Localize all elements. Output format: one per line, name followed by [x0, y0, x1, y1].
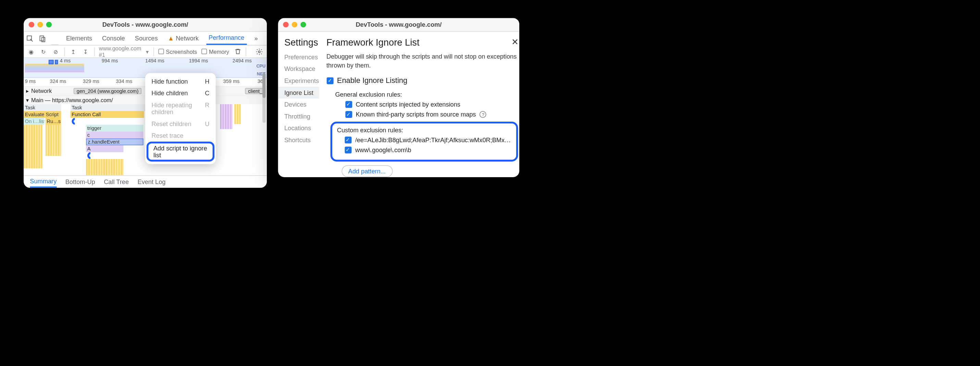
flame-stripes[interactable] — [46, 125, 61, 156]
general-rules-header: General exclusion rules: — [335, 91, 517, 98]
tab-network[interactable]: ▲Network — [165, 32, 201, 45]
gear-icon[interactable] — [255, 47, 263, 56]
chevron-down-icon: ▾ — [146, 48, 149, 54]
checkbox-icon: ✓ — [326, 77, 333, 84]
cm-hide-children[interactable]: Hide childrenC — [145, 88, 216, 99]
flame-bar[interactable]: Ru…s — [46, 118, 61, 125]
flame-function-call[interactable]: Function Call — [70, 111, 144, 118]
zoom-window-icon[interactable] — [301, 22, 306, 27]
tab-event-log[interactable]: Event Log — [138, 178, 166, 185]
record-icon[interactable]: ◉ — [27, 47, 35, 56]
devtools-settings-window: DevTools - www.google.com/ Settings Pref… — [278, 18, 519, 177]
page-select[interactable]: www.google.com #1 ▾ — [99, 45, 150, 57]
nav-locations[interactable]: Locations — [284, 123, 319, 134]
tab-bottom-up[interactable]: Bottom-Up — [65, 178, 95, 185]
cm-reset-trace: Reset trace — [145, 130, 216, 142]
settings-title: Settings — [284, 37, 319, 47]
devtools-performance-window: DevTools - www.google.com/ Elements Cons… — [24, 18, 267, 188]
third-party-scripts-checkbox[interactable]: ✓ Known third-party scripts from source … — [345, 111, 518, 118]
checkbox-icon: ✓ — [345, 147, 352, 154]
minimize-window-icon[interactable] — [292, 22, 298, 27]
details-tabs: Summary Bottom-Up Call Tree Event Log — [24, 175, 267, 188]
more-tabs-icon[interactable]: » — [252, 32, 260, 45]
context-menu: Hide functionH Hide childrenC Hide repea… — [145, 73, 216, 164]
tab-console[interactable]: Console — [100, 32, 127, 45]
flame-c[interactable]: c — [86, 132, 143, 138]
device-toggle-icon[interactable] — [39, 35, 46, 42]
window-title: DevTools - www.google.com/ — [24, 21, 267, 28]
timeline-overview[interactable]: 4 ms 994 ms 1494 ms 1994 ms 2494 ms CPU … — [24, 58, 267, 78]
memory-checkbox[interactable]: Memory — [201, 48, 229, 54]
tab-sources[interactable]: Sources — [132, 32, 160, 45]
titlebar[interactable]: DevTools - www.google.com/ — [278, 18, 519, 32]
chevron-down-icon: ▾ — [26, 97, 29, 103]
checkbox-icon: ✓ — [345, 101, 352, 108]
inspect-icon[interactable] — [26, 35, 33, 42]
cm-reset-children: Reset childrenU — [145, 118, 216, 130]
flame-trigger[interactable]: trigger — [86, 125, 143, 132]
trash-icon[interactable] — [234, 47, 242, 56]
flame-a[interactable]: A — [86, 145, 123, 152]
titlebar[interactable]: DevTools - www.google.com/ — [24, 18, 267, 32]
reload-icon[interactable]: ↻ — [40, 47, 48, 56]
nav-workspace[interactable]: Workspace — [284, 63, 319, 75]
minimize-window-icon[interactable] — [37, 22, 43, 27]
panel-tabs: Elements Console Sources ▲Network Perfor… — [24, 32, 267, 46]
nav-ignore-list[interactable]: Ignore List — [278, 87, 319, 99]
perf-toolbar: ◉ ↻ ⊘ ↥ ↧ www.google.com #1 ▾ Screenshot… — [24, 46, 267, 58]
zoom-window-icon[interactable] — [46, 22, 52, 27]
custom-rules-header: Custom exclusion rules: — [337, 126, 511, 133]
tab-summary[interactable]: Summary — [30, 176, 57, 188]
panel-title: Framework Ignore List — [326, 37, 518, 47]
close-window-icon[interactable] — [283, 22, 288, 27]
custom-rule-checkbox[interactable]: ✓ /ee=ALeJib:B8gLwd;AfeaP:TkrAjf;Afksuc:… — [345, 137, 511, 143]
help-icon[interactable]: ? — [480, 111, 487, 118]
chevron-right-icon: ▸ — [26, 88, 29, 94]
cm-hide-repeating: Hide repeating childrenR — [145, 99, 216, 118]
custom-rules-highlight: Custom exclusion rules: ✓ /ee=ALeJib:B8g… — [330, 122, 518, 161]
tab-call-tree[interactable]: Call Tree — [104, 178, 129, 185]
flame-stripes[interactable] — [234, 104, 240, 124]
checkbox-icon: ✓ — [345, 137, 352, 143]
highlight-ring: On ignore list — [86, 152, 91, 159]
upload-icon[interactable]: ↥ — [69, 47, 77, 56]
clear-icon[interactable]: ⊘ — [52, 47, 60, 56]
settings-nav: Settings Preferences Workspace Experimen… — [278, 32, 319, 177]
close-icon[interactable]: ✕ — [511, 37, 519, 47]
nav-shortcuts[interactable]: Shortcuts — [284, 134, 319, 146]
tab-elements[interactable]: Elements — [64, 32, 95, 45]
close-window-icon[interactable] — [29, 22, 34, 27]
add-pattern-button[interactable]: Add pattern... — [342, 165, 393, 177]
cm-add-ignore-list[interactable]: Add script to ignore list — [146, 142, 215, 161]
network-request-bar[interactable]: gen_204 (www.google.com) — [74, 88, 142, 94]
content-scripts-checkbox[interactable]: ✓ Content scripts injected by extensions — [345, 101, 518, 108]
svg-point-4 — [258, 50, 260, 52]
download-icon[interactable]: ↧ — [81, 47, 89, 56]
panel-description: Debugger will skip through the scripts a… — [326, 53, 518, 70]
flame-evaluate[interactable]: Evaluate Script — [24, 111, 61, 118]
flame-task[interactable]: Task — [24, 104, 61, 111]
flame-handleevent[interactable]: z.handleEvent — [86, 138, 143, 145]
highlight-ring: On ignore list — [70, 118, 75, 125]
custom-rule-checkbox[interactable]: ✓ www\.google\.com\b — [345, 147, 511, 154]
warning-icon: ▲ — [168, 35, 174, 42]
flame-stripes[interactable] — [220, 104, 232, 129]
nav-experiments[interactable]: Experiments — [284, 75, 319, 87]
enable-ignore-listing-checkbox[interactable]: ✓ Enable Ignore Listing — [326, 76, 518, 84]
nav-devices[interactable]: Devices — [284, 99, 319, 111]
nav-throttling[interactable]: Throttling — [284, 110, 319, 123]
checkbox-icon: ✓ — [345, 111, 352, 118]
flame-stripes[interactable] — [86, 159, 123, 175]
screenshots-checkbox[interactable]: Screenshots — [158, 48, 197, 54]
scrollbar[interactable] — [262, 73, 266, 123]
flame-ignore[interactable]: On i…list — [24, 118, 44, 125]
flame-stripes[interactable] — [24, 125, 43, 168]
nav-preferences[interactable]: Preferences — [284, 51, 319, 63]
tab-performance[interactable]: Performance — [206, 32, 247, 45]
window-title: DevTools - www.google.com/ — [278, 21, 519, 28]
settings-panel: ✕ Framework Ignore List Debugger will sk… — [319, 32, 519, 177]
cm-hide-function[interactable]: Hide functionH — [145, 75, 216, 88]
